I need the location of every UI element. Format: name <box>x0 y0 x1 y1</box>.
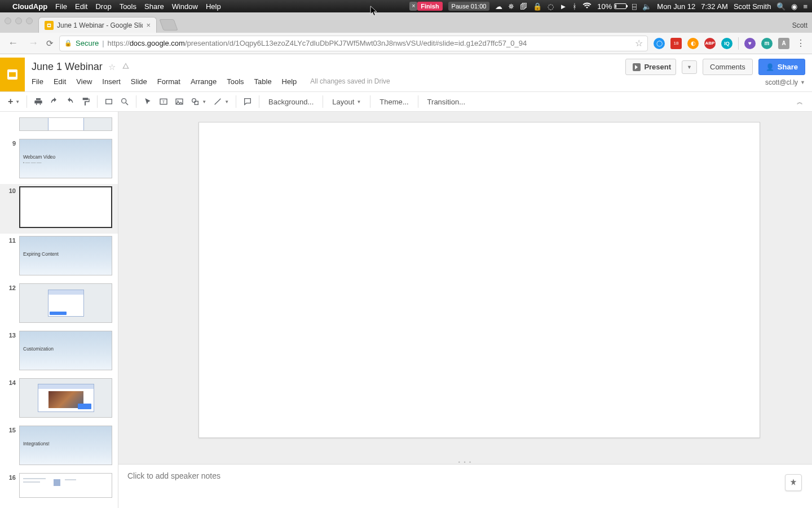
traffic-light-zoom[interactable] <box>26 17 33 24</box>
background-button[interactable]: Background... <box>263 95 319 108</box>
shape-tool[interactable]: ▼ <box>187 95 210 108</box>
browser-profile-label[interactable]: Scott <box>792 21 807 29</box>
os-menu-help[interactable]: Help <box>206 2 221 11</box>
extension-postman-icon[interactable]: ◐ <box>687 38 699 49</box>
collapse-toolbar-icon[interactable]: ︽ <box>792 95 807 108</box>
transition-button[interactable]: Transition... <box>422 95 471 108</box>
explore-button[interactable] <box>785 474 802 491</box>
comment-insert-button[interactable] <box>240 95 255 108</box>
menubar-time[interactable]: 7:32 AM <box>701 2 728 11</box>
thumb-row[interactable]: 15 Integrations! <box>0 423 118 471</box>
os-menu-drop[interactable]: Drop <box>95 2 111 11</box>
slide-canvas[interactable] <box>198 122 760 438</box>
menu-view[interactable]: View <box>76 77 92 86</box>
recording-close-button[interactable]: × <box>409 2 417 11</box>
notification-center-icon[interactable]: ≡ <box>803 2 807 11</box>
star-document-icon[interactable]: ☆ <box>108 62 116 72</box>
textbox-tool[interactable]: T <box>156 95 171 108</box>
slack-status-icon[interactable]: ✵ <box>508 2 514 11</box>
extension-purple-icon[interactable]: ♥ <box>744 38 756 49</box>
app-status-icon[interactable]: ► <box>559 2 567 11</box>
redo-button[interactable] <box>62 95 78 108</box>
new-tab-button[interactable] <box>159 19 178 30</box>
present-options-button[interactable]: ▼ <box>682 60 697 74</box>
recording-pause-timer[interactable]: Pause 01:00 <box>448 2 490 11</box>
address-bar[interactable]: 🔒 Secure | https://docs.google.com/prese… <box>59 36 648 51</box>
line-tool[interactable]: ▼ <box>210 95 232 108</box>
browser-tab[interactable]: June 1 Webinar - Google Slide × <box>38 17 157 33</box>
battery-status[interactable]: 10% <box>597 2 626 11</box>
menu-insert[interactable]: Insert <box>102 77 121 86</box>
os-menu-window[interactable]: Window <box>172 2 198 11</box>
browser-menu-icon[interactable]: ⋮ <box>795 38 806 49</box>
cloud-icon[interactable]: ☁︎ <box>495 2 502 11</box>
new-slide-button[interactable]: +▼ <box>5 94 23 109</box>
os-menu-share[interactable]: Share <box>144 2 164 11</box>
present-button[interactable]: Present <box>625 59 676 75</box>
menubar-date[interactable]: Mon Jun 12 <box>657 2 695 11</box>
airplay-icon[interactable]: ⌸ <box>632 2 637 11</box>
comments-button[interactable]: Comments <box>703 59 753 75</box>
menu-table[interactable]: Table <box>254 77 272 86</box>
os-menu-file[interactable]: File <box>55 2 67 11</box>
recording-finish-button[interactable]: Finish <box>417 2 442 11</box>
bluetooth-icon[interactable]: ᚼ <box>572 2 577 11</box>
zoom-button[interactable] <box>117 95 133 108</box>
clipboard-icon[interactable]: 🗐 <box>520 2 527 11</box>
zoom-fit-button[interactable] <box>101 95 117 108</box>
print-button[interactable] <box>30 95 46 108</box>
sync-icon[interactable]: ◌ <box>548 2 554 11</box>
nav-reload-button[interactable]: ⟳ <box>46 38 54 49</box>
menu-edit[interactable]: Edit <box>54 77 66 86</box>
menu-file[interactable]: File <box>32 77 43 86</box>
extension-iq-icon[interactable]: IQ <box>721 38 732 49</box>
share-button[interactable]: 👤 Share <box>758 59 805 75</box>
thumb-row[interactable]: 16 <box>0 471 118 503</box>
paint-format-button[interactable] <box>78 95 94 108</box>
extension-abp-icon[interactable]: ABP <box>704 38 716 49</box>
menubar-user[interactable]: Scott Smith <box>734 2 771 11</box>
menu-arrange[interactable]: Arrange <box>191 77 217 86</box>
spotlight-icon[interactable]: 🔍 <box>776 2 785 11</box>
volume-icon[interactable]: 🔈 <box>642 2 651 11</box>
os-menu-edit[interactable]: Edit <box>75 2 87 11</box>
wifi-icon[interactable] <box>582 2 592 11</box>
menu-help[interactable]: Help <box>282 77 297 86</box>
siri-icon[interactable]: ◉ <box>791 2 797 11</box>
thumb-row-selected[interactable]: 10 <box>0 184 118 234</box>
layout-button[interactable]: Layout▼ <box>326 95 367 108</box>
select-tool[interactable] <box>140 95 156 108</box>
traffic-light-minimize[interactable] <box>15 17 22 24</box>
thumb-row[interactable]: 13 Customization <box>0 329 118 376</box>
theme-button[interactable]: Theme... <box>374 95 414 108</box>
extension-zoom-icon[interactable]: ◯ <box>654 38 665 49</box>
menu-tools[interactable]: Tools <box>227 77 244 86</box>
thumb-row[interactable] <box>0 115 118 137</box>
document-title[interactable]: June 1 Webinar <box>32 61 103 73</box>
nav-back-button[interactable]: ← <box>6 37 20 49</box>
extension-m-icon[interactable]: m <box>761 38 773 49</box>
lock-icon[interactable]: 🔒 <box>533 2 542 11</box>
image-tool[interactable] <box>171 95 187 108</box>
slides-brand-icon[interactable] <box>0 58 25 91</box>
thumb-row[interactable]: 9 Webcam Video ── ── ── <box>0 137 118 184</box>
menu-format[interactable]: Format <box>157 77 180 86</box>
bookmark-star-icon[interactable]: ☆ <box>635 38 643 49</box>
play-icon <box>633 63 641 71</box>
undo-button[interactable] <box>46 95 62 108</box>
thumb-row[interactable]: 12 <box>0 281 118 329</box>
thumb-row[interactable]: 11 Expiring Content <box>0 234 118 281</box>
slide-thumbnail-panel[interactable]: 9 Webcam Video ── ── ── 10 11 Expiring C… <box>0 112 118 508</box>
canvas-viewport[interactable] <box>118 112 812 461</box>
tab-close-icon[interactable]: × <box>146 21 151 29</box>
move-to-drive-icon[interactable] <box>121 62 130 72</box>
thumb-row[interactable]: 14 <box>0 376 118 423</box>
speaker-notes[interactable]: Click to add speaker notes <box>118 464 812 508</box>
extension-a-icon[interactable]: A <box>778 38 789 49</box>
menu-slide[interactable]: Slide <box>131 77 147 86</box>
active-app-name[interactable]: CloudApp <box>12 2 47 11</box>
os-menu-tools[interactable]: Tools <box>120 2 136 11</box>
extension-calendar-icon[interactable]: 18 <box>670 38 682 49</box>
traffic-light-close[interactable] <box>5 17 11 24</box>
account-email[interactable]: scott@cl.ly▼ <box>765 78 805 86</box>
